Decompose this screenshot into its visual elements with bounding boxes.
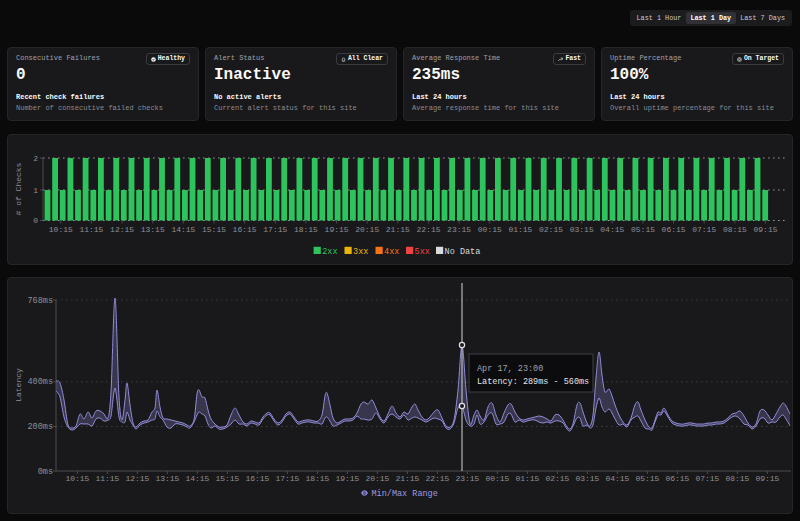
svg-text:Min/Max Range: Min/Max Range xyxy=(372,489,438,499)
svg-text:23:15: 23:15 xyxy=(455,474,479,483)
svg-text:16:15: 16:15 xyxy=(233,225,257,234)
svg-text:14:15: 14:15 xyxy=(185,474,209,483)
svg-text:11:15: 11:15 xyxy=(95,474,119,483)
svg-text:19:15: 19:15 xyxy=(325,225,349,234)
svg-text:15:15: 15:15 xyxy=(202,225,226,234)
svg-text:Latency: 289ms - 560ms: Latency: 289ms - 560ms xyxy=(477,377,589,387)
svg-text:0: 0 xyxy=(33,216,38,225)
svg-text:21:15: 21:15 xyxy=(386,225,410,234)
svg-text:02:15: 02:15 xyxy=(545,474,569,483)
svg-text:06:15: 06:15 xyxy=(665,474,689,483)
svg-text:02:15: 02:15 xyxy=(539,225,563,234)
svg-text:04:15: 04:15 xyxy=(605,474,629,483)
svg-text:21:15: 21:15 xyxy=(395,474,419,483)
svg-text:01:15: 01:15 xyxy=(515,474,539,483)
svg-text:00:15: 00:15 xyxy=(478,225,502,234)
svg-text:10:15: 10:15 xyxy=(65,474,89,483)
svg-text:4xx: 4xx xyxy=(384,247,399,257)
svg-text:13:15: 13:15 xyxy=(141,225,165,234)
svg-text:03:15: 03:15 xyxy=(570,225,594,234)
svg-text:01:15: 01:15 xyxy=(508,225,532,234)
svg-text:05:15: 05:15 xyxy=(635,474,659,483)
svg-text:14:15: 14:15 xyxy=(171,225,195,234)
svg-text:0ms: 0ms xyxy=(38,467,53,477)
svg-text:23:15: 23:15 xyxy=(447,225,471,234)
svg-text:03:15: 03:15 xyxy=(575,474,599,483)
svg-text:22:15: 22:15 xyxy=(416,225,440,234)
svg-text:10:15: 10:15 xyxy=(49,225,73,234)
svg-text:12:15: 12:15 xyxy=(125,474,149,483)
svg-text:2: 2 xyxy=(33,154,38,163)
svg-text:2xx: 2xx xyxy=(322,247,337,257)
svg-text:# of Checks: # of Checks xyxy=(14,162,23,215)
svg-text:200ms: 200ms xyxy=(27,422,53,432)
svg-text:17:15: 17:15 xyxy=(275,474,299,483)
svg-text:06:15: 06:15 xyxy=(662,225,686,234)
svg-text:400ms: 400ms xyxy=(27,377,53,387)
svg-text:22:15: 22:15 xyxy=(425,474,449,483)
svg-text:15:15: 15:15 xyxy=(215,474,239,483)
svg-text:No Data: No Data xyxy=(445,247,481,257)
svg-text:00:15: 00:15 xyxy=(485,474,509,483)
svg-text:05:15: 05:15 xyxy=(631,225,655,234)
svg-text:11:15: 11:15 xyxy=(79,225,103,234)
svg-text:3xx: 3xx xyxy=(353,247,368,257)
svg-text:20:15: 20:15 xyxy=(365,474,389,483)
svg-text:1: 1 xyxy=(33,186,38,195)
svg-text:18:15: 18:15 xyxy=(305,474,329,483)
svg-text:17:15: 17:15 xyxy=(263,225,287,234)
svg-text:08:15: 08:15 xyxy=(725,474,749,483)
svg-text:Apr 17, 23:00: Apr 17, 23:00 xyxy=(477,364,543,374)
svg-text:12:15: 12:15 xyxy=(110,225,134,234)
svg-text:07:15: 07:15 xyxy=(692,225,716,234)
svg-text:768ms: 768ms xyxy=(27,296,53,306)
svg-text:09:15: 09:15 xyxy=(753,225,777,234)
svg-text:18:15: 18:15 xyxy=(294,225,318,234)
svg-text:19:15: 19:15 xyxy=(335,474,359,483)
svg-text:13:15: 13:15 xyxy=(155,474,179,483)
svg-text:04:15: 04:15 xyxy=(600,225,624,234)
svg-text:20:15: 20:15 xyxy=(355,225,379,234)
svg-text:16:15: 16:15 xyxy=(245,474,269,483)
svg-text:07:15: 07:15 xyxy=(695,474,719,483)
svg-text:5xx: 5xx xyxy=(415,247,430,257)
svg-text:Latency: Latency xyxy=(14,368,23,402)
svg-text:09:15: 09:15 xyxy=(755,474,779,483)
svg-text:08:15: 08:15 xyxy=(723,225,747,234)
